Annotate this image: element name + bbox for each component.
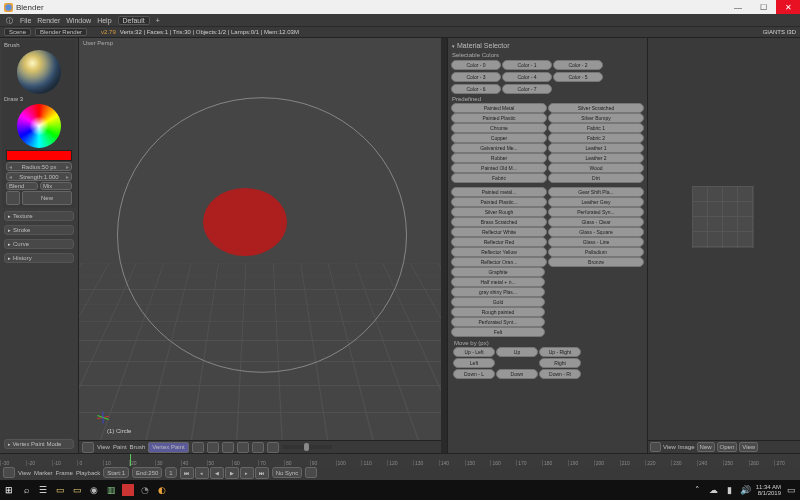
color-button[interactable]: Color - 5 [553, 72, 603, 82]
menu-render[interactable]: Render [37, 17, 60, 24]
app-icon-1[interactable]: ▭ [71, 484, 83, 496]
radius-field[interactable]: ◂Radius:50 px▸ [6, 162, 72, 171]
palette-icon[interactable] [6, 191, 20, 205]
material-button[interactable]: Leather 2 [548, 153, 644, 163]
tl-menu-frame[interactable]: Frame [56, 470, 73, 476]
tl-menu-marker[interactable]: Marker [34, 470, 53, 476]
material-button[interactable]: Half metal + n... [451, 277, 545, 287]
material-button[interactable]: Glass - Line [548, 237, 644, 247]
menu-window[interactable]: Window [66, 17, 91, 24]
color-button[interactable]: Color - 2 [553, 60, 603, 70]
palette-new-button[interactable]: New [22, 191, 72, 205]
blender-taskbar-icon[interactable]: ◐ [156, 484, 168, 496]
layout-add-icon[interactable]: + [156, 17, 160, 24]
uv-menu-view[interactable]: View [663, 444, 676, 450]
brush-icon[interactable] [267, 442, 279, 453]
timeline-editor-icon[interactable] [3, 467, 15, 478]
material-button[interactable]: Reflector Yellow [451, 247, 547, 257]
painted-face[interactable] [203, 188, 287, 256]
network-icon[interactable]: ▮ [724, 484, 736, 496]
material-button[interactable]: Silver Rough [451, 207, 547, 217]
material-button[interactable]: Wood [548, 163, 644, 173]
uv-new-button[interactable]: New [697, 442, 715, 452]
blend-mode[interactable]: Mix [40, 182, 72, 190]
material-button[interactable]: Palladium [548, 247, 644, 257]
play-reverse-icon[interactable]: ◀ [210, 467, 224, 479]
app-icon-3[interactable] [122, 484, 134, 496]
material-button[interactable]: Leather Grey [548, 197, 644, 207]
color-button[interactable]: Color - 7 [502, 84, 552, 94]
accordion-history[interactable]: History [4, 253, 74, 263]
material-button[interactable]: Bronze [548, 257, 644, 267]
material-button[interactable]: Gold [451, 297, 545, 307]
color-button[interactable]: Color - 6 [451, 84, 501, 94]
tray-up-icon[interactable]: ˄ [692, 484, 704, 496]
material-button[interactable]: Painted Old M... [451, 163, 547, 173]
material-button[interactable]: Glass - Square [548, 227, 644, 237]
play-icon[interactable]: ▶ [225, 467, 239, 479]
minimize-button[interactable]: — [726, 0, 750, 14]
material-button[interactable]: Silver Scratched [548, 103, 644, 113]
color-button[interactable]: Color - 0 [451, 60, 501, 70]
color-swatch[interactable] [6, 150, 72, 161]
info-editor-icon[interactable]: ⓘ [6, 16, 14, 24]
app-icon-4[interactable]: ◔ [139, 484, 151, 496]
search-icon[interactable]: ⌕ [20, 484, 32, 496]
next-key-icon[interactable]: ▸ [240, 467, 254, 479]
move-button[interactable]: Down - Ri [539, 369, 581, 379]
color-button[interactable]: Color - 1 [502, 60, 552, 70]
material-button[interactable]: Fabric 2 [548, 133, 644, 143]
move-button[interactable]: Up - Left [453, 347, 495, 357]
autokey-icon[interactable] [305, 467, 317, 478]
tl-menu-playback[interactable]: Playback [76, 470, 100, 476]
brush-preview-icon[interactable] [17, 50, 61, 94]
accordion-curve[interactable]: Curve [4, 239, 74, 249]
jump-start-icon[interactable]: ⏮ [180, 467, 194, 479]
material-button[interactable]: Fabric 1 [548, 123, 644, 133]
sync-mode[interactable]: No Sync [272, 467, 303, 478]
menu-brush[interactable]: Brush [130, 444, 146, 450]
color-wheel[interactable] [17, 104, 61, 148]
material-button[interactable]: Glass - Clear [548, 217, 644, 227]
vertex-paint-mode-panel[interactable]: Vertex Paint Mode [4, 439, 74, 449]
menu-view[interactable]: View [97, 444, 110, 450]
explorer-icon[interactable]: ▭ [54, 484, 66, 496]
material-button[interactable]: gray shiny Plas... [451, 287, 545, 297]
timeline-ruler[interactable]: -30-20-100102030405060708090100110120130… [0, 454, 800, 466]
material-button[interactable]: Reflector White [451, 227, 547, 237]
accordion-texture[interactable]: Texture [4, 211, 74, 221]
uv-area[interactable] [648, 38, 800, 440]
move-button[interactable]: Left [453, 358, 495, 368]
notifications-icon[interactable]: ▭ [785, 484, 797, 496]
strength-slider[interactable] [282, 445, 332, 449]
uv-editor-icon[interactable] [650, 442, 661, 452]
accordion-stroke[interactable]: Stroke [4, 225, 74, 235]
uv-open-button[interactable]: Open [717, 442, 738, 452]
end-frame[interactable]: End: 250 [132, 467, 162, 478]
material-button[interactable]: Rubber [451, 153, 547, 163]
mode-selector[interactable]: Vertex Paint [148, 442, 188, 453]
clock[interactable]: 11:34 AM8/1/2019 [756, 484, 781, 496]
pivot-icon[interactable] [207, 442, 219, 453]
material-button[interactable]: Felt [451, 327, 545, 337]
menu-help[interactable]: Help [97, 17, 111, 24]
material-button[interactable]: Painted metal... [451, 187, 547, 197]
layout-selector[interactable]: Default [118, 16, 150, 25]
app-icon-2[interactable]: ▥ [105, 484, 117, 496]
material-button[interactable]: Perforated Syn... [548, 207, 644, 217]
jump-end-icon[interactable]: ⏭ [255, 467, 269, 479]
material-button[interactable]: Reflector Red [451, 237, 547, 247]
material-button[interactable]: Painted Plastic [451, 113, 547, 123]
brush-mode[interactable]: Draw [4, 96, 18, 102]
tl-menu-view[interactable]: View [18, 470, 31, 476]
material-button[interactable]: Rough painted [451, 307, 545, 317]
material-title[interactable]: Material Selector [450, 40, 645, 51]
menu-file[interactable]: File [20, 17, 31, 24]
editor-type-icon[interactable] [82, 442, 94, 453]
material-button[interactable]: Dirt [548, 173, 644, 183]
material-button[interactable]: Painted Metal [451, 103, 547, 113]
move-button[interactable]: Down [496, 369, 538, 379]
material-button[interactable]: Brass Scratched [451, 217, 547, 227]
move-button[interactable]: Up - Right [539, 347, 581, 357]
uv-menu-image[interactable]: Image [678, 444, 695, 450]
